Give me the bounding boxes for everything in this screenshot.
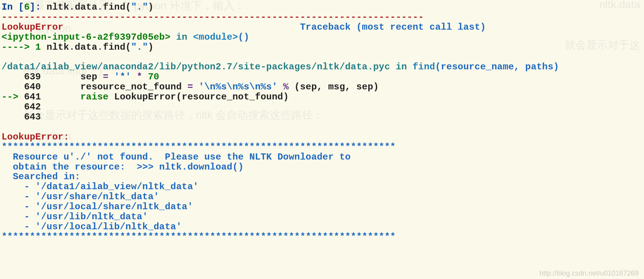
stars-top: ****************************************… [2, 142, 396, 152]
prompt-close: ]: [30, 2, 47, 12]
l641-exc: LookupError [114, 92, 176, 102]
fn-name: find [413, 62, 435, 72]
spacer-1 [64, 22, 300, 32]
traceback-label: Traceback (most recent call last) [300, 22, 486, 32]
l1-lp: ( [125, 42, 131, 52]
l639-sp [108, 72, 114, 82]
l1-a2: find [103, 42, 125, 52]
msg-r8: - '/usr/local/lib/nltk_data' [2, 222, 182, 232]
source-file-row: /data1/ailab_view/anaconda2/lib/python2.… [2, 62, 559, 72]
ipython-input-tag: <ipython-input-6-a2f9397d05eb> [2, 32, 170, 42]
prompt-in-label: In [ [2, 2, 24, 12]
l639-eq: = [103, 72, 109, 82]
error-message-header: LookupError: [2, 132, 75, 142]
l641-sp [108, 92, 114, 102]
l1-d1: . [69, 42, 75, 52]
l1-d2: . [97, 42, 103, 52]
l1-rp: ) [148, 42, 154, 52]
l1-arg: "." [131, 42, 148, 52]
in-word-1: in [170, 32, 193, 42]
msg-r1: Resource u'./' not found. Please use the… [2, 152, 351, 162]
l640-str: '\n%s\n%s\n%s' [199, 82, 277, 92]
l641-args: (resource_not_found) [176, 92, 289, 102]
module-tag: <module> [193, 32, 238, 42]
lparen: ( [125, 2, 131, 12]
l1-obj: nltk [47, 42, 69, 52]
l639-num: 70 [148, 72, 159, 82]
l640-pct: % [278, 82, 295, 92]
code-attr-data: data [75, 2, 97, 12]
l639-str: '*' [114, 72, 131, 82]
lineno-641: 641 [24, 92, 41, 102]
l640-tuple: (sep, msg, sep) [294, 82, 379, 92]
traceback-header-row: LookupError Traceback (most recent call … [2, 22, 486, 32]
arg-string: "." [131, 2, 148, 12]
prompt-number: 6 [24, 2, 30, 12]
msg-r6: - '/usr/local/share/nltk_data' [2, 202, 193, 212]
lineno-643: 643 [2, 112, 41, 122]
in-word-2: in [390, 62, 413, 72]
arrow-1: ----> 1 [2, 42, 47, 52]
l639-pre: sep [41, 72, 103, 82]
code-obj: nltk [47, 2, 69, 12]
dot-1: . [69, 2, 75, 12]
msg-r4: - '/data1/ailab_view/nltk_data' [2, 182, 199, 192]
code-attr-find: find [103, 2, 125, 12]
arrow-641: --> [2, 92, 24, 102]
traceback-frame-line-1: ----> 1 nltk.data.find(".") [2, 42, 153, 52]
l641-raise: raise [80, 92, 108, 102]
l640-sp [193, 82, 199, 92]
module-parens: () [238, 32, 249, 42]
msg-r7: - '/usr/lib/nltk_data' [2, 212, 148, 222]
lineno-640: 640 [2, 82, 41, 92]
prompt-row: In [6]: nltk.data.find(".") [2, 2, 153, 12]
err-colon: : [64, 132, 75, 142]
src-line-641: --> 641 raise LookupError(resource_not_f… [2, 92, 289, 102]
src-line-639: 639 sep = '*' * 70 [2, 72, 159, 82]
dot-2: . [97, 2, 103, 12]
msg-r5: - '/usr/share/nltk_data' [2, 192, 159, 202]
exception-name: LookupError [2, 22, 64, 32]
l640-eq: = [187, 82, 193, 92]
l641-pre [41, 92, 80, 102]
watermark-url: http://blog.csdn.net/u010167269 [539, 269, 639, 277]
stars-bottom: ****************************************… [2, 232, 396, 242]
lineno-639: 639 [2, 72, 41, 82]
separator-line: ----------------------------------------… [2, 12, 424, 22]
l640-pre: resource_not_found [41, 82, 187, 92]
l1-a1: data [75, 42, 97, 52]
src-line-640: 640 resource_not_found = '\n%s\n%s\n%s' … [2, 82, 379, 92]
l639-mul: * [131, 72, 148, 82]
msg-r3: Searched in: [2, 171, 80, 182]
err-name-2: LookupError [2, 132, 64, 142]
rparen: ) [148, 2, 154, 12]
lineno-642: 642 [2, 102, 41, 112]
ipython-output: In [6]: nltk.data.find(".") ------------… [0, 0, 644, 242]
msg-r2: obtain the resource: >>> nltk.download() [2, 162, 244, 172]
source-path: /data1/ailab_view/anaconda2/lib/python2.… [2, 62, 390, 72]
fn-sig: (resource_name, paths) [435, 62, 559, 72]
traceback-frame-ipy: <ipython-input-6-a2f9397d05eb> in <modul… [2, 32, 250, 42]
